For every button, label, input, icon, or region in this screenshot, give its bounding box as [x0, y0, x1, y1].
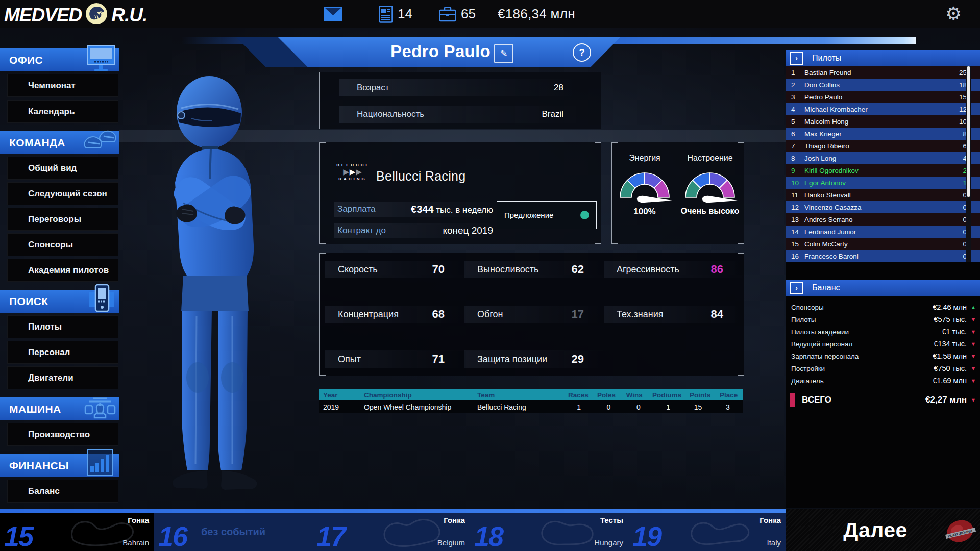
standings-row[interactable]: 11Hanko Stenvall0	[786, 189, 980, 201]
stat-focus: Концентрация 68	[325, 306, 467, 323]
stat-value: 86	[711, 263, 723, 276]
total-value: €2,27 млн	[925, 395, 967, 405]
week-no-events: без событий	[154, 526, 312, 538]
contract-value: конец 2019	[443, 225, 493, 236]
down-arrow-icon: ▼	[967, 341, 980, 347]
cell-championship: Open Wheel Championship	[360, 403, 473, 411]
sidebar-item-engines[interactable]: Двигатели	[7, 366, 118, 389]
team-logo-bellucci: BELUCCI ▶▶▶ RACING	[337, 163, 369, 181]
sidebar-item-championship[interactable]: Чемпионат	[7, 74, 118, 97]
sidebar-item-next-season[interactable]: Следующий сезон	[7, 182, 118, 205]
stat-stamina: Выносливость 62	[464, 261, 606, 278]
stat-experience: Опыт 71	[325, 350, 467, 368]
next-button[interactable]: Далее	[799, 518, 952, 542]
standings-row[interactable]: 1Bastian Freund25	[786, 66, 980, 79]
standings-title: Пилоты	[812, 54, 841, 63]
week-event: Гонка	[760, 516, 781, 524]
section-title: ОФИС	[9, 54, 43, 66]
stat-value: 84	[711, 308, 723, 321]
sidebar-item-label: Общий вид	[28, 163, 77, 173]
jobs-counter[interactable]: 65	[439, 6, 476, 22]
standings-row[interactable]: 3Pedro Paulo15	[786, 91, 980, 103]
logo-text-right: R.U.	[111, 3, 147, 27]
balance-row-drivers: Пилоты€575 тыс.▼	[786, 313, 980, 325]
standings-row[interactable]: 14Ferdinand Junior0	[786, 226, 980, 238]
calendar-week-18[interactable]: 18 Тесты Hungary	[470, 513, 628, 551]
mail-button[interactable]	[324, 7, 342, 21]
sidebar-item-balance[interactable]: Баланс	[7, 480, 118, 503]
stat-label: Тех.знания	[617, 309, 664, 320]
down-arrow-icon: ▼	[967, 353, 980, 359]
monitor-icon	[85, 44, 117, 76]
balance-row-sponsors: Спонсоры€2.46 млн▲	[786, 301, 980, 313]
condition-panel: Энергия 100% Настроение Очень высоко	[611, 142, 744, 244]
track-outline-italy	[684, 514, 755, 550]
standings-row[interactable]: 6Max Krieger8	[786, 128, 980, 140]
question-icon: ?	[579, 47, 585, 58]
week-number: 15	[4, 522, 33, 550]
team-logo-top-text: BELUCCI	[336, 163, 369, 167]
standings-row-own-driver[interactable]: 10Egor Antonov1	[786, 177, 980, 189]
scrollbar-thumb[interactable]	[967, 66, 970, 197]
standings-row-own-driver[interactable]: 9Kirill Ogorodnikov2	[786, 164, 980, 177]
sidebar-item-negotiations[interactable]: Переговоры	[7, 208, 118, 231]
playground-watermark: PLAYGROUND	[943, 514, 977, 550]
standings-row[interactable]: 7Thiago Ribeiro6	[786, 140, 980, 152]
sidebar-item-drivers[interactable]: Пилоты	[7, 315, 118, 338]
cell-races: 1	[564, 403, 594, 411]
calendar-week-19[interactable]: 19 Гонка Italy	[628, 513, 786, 551]
cell-place: 3	[713, 403, 743, 411]
standings-row[interactable]: 13Andres Serrano0	[786, 213, 980, 226]
team-logo: MEDVED R.U.	[4, 2, 147, 28]
sidebar-section-search: ПОИСК	[0, 290, 119, 313]
standings-row[interactable]: 15Colin McCarty0	[786, 238, 980, 250]
stat-value: 70	[432, 263, 445, 276]
sidebar-item-driver-academy[interactable]: Академия пилотов	[7, 259, 118, 282]
salary-value: €344 тыс. в неделю	[411, 204, 493, 215]
standings-row[interactable]: 5Malcolm Hong10	[786, 115, 980, 128]
stat-value: 71	[432, 353, 445, 366]
help-button[interactable]: ?	[573, 43, 591, 62]
balance-header[interactable]: › Баланс	[786, 280, 980, 296]
standings-row[interactable]: 4Michael Krombacher12	[786, 103, 980, 115]
sidebar-item-overview[interactable]: Общий вид	[7, 157, 118, 180]
phone-icon	[88, 284, 115, 317]
standings-scrollbar[interactable]	[966, 66, 971, 262]
sidebar-item-calendar[interactable]: Календарь	[7, 100, 118, 123]
stat-tech-knowledge: Тех.знания 84	[604, 306, 746, 323]
offer-button[interactable]: Предложение	[497, 201, 597, 229]
sidebar-item-staff[interactable]: Персонал	[7, 341, 118, 364]
sidebar-section-team: КОМАНДА	[0, 131, 119, 154]
standings-row[interactable]: 8Josh Long4	[786, 152, 980, 164]
up-arrow-icon: ▲	[967, 304, 980, 310]
helmets-icon	[81, 124, 117, 158]
week-number: 18	[474, 522, 503, 550]
contract-row: Контракт до конец 2019	[334, 223, 496, 238]
news-counter[interactable]: 14	[379, 6, 412, 23]
sidebar-item-label: Следующий сезон	[28, 189, 107, 199]
sidebar-item-production[interactable]: Производство	[7, 423, 118, 446]
salary-label: Зарплата	[337, 204, 375, 214]
balance-title: Баланс	[812, 283, 840, 292]
down-arrow-icon: ▼	[967, 365, 980, 371]
calendar-week-17[interactable]: 17 Гонка Belgium	[312, 513, 470, 551]
down-arrow-icon: ▼	[967, 329, 980, 335]
standings-row[interactable]: 2Don Collins18	[786, 79, 980, 91]
standings-header[interactable]: › Пилоты	[786, 50, 980, 66]
career-table: Year Championship Team Races Poles Wins …	[319, 389, 743, 413]
settings-gear-icon[interactable]: ⚙	[945, 3, 962, 24]
week-location: Bahrain	[122, 538, 149, 547]
edit-name-button[interactable]: ✎	[494, 44, 513, 63]
down-arrow-icon: ▼	[967, 397, 980, 403]
news-count: 14	[398, 6, 412, 22]
stat-overtaking: Обгон 17	[464, 306, 606, 323]
stat-speed: Скорость 70	[325, 261, 467, 278]
sidebar-item-sponsors[interactable]: Спонсоры	[7, 233, 118, 256]
bear-icon	[85, 2, 108, 28]
age-value: 28	[554, 83, 564, 93]
calendar-week-16[interactable]: 16 без событий	[154, 513, 312, 551]
calendar-week-15[interactable]: 15 Гонка Bahrain	[0, 513, 154, 551]
standings-row[interactable]: 16Francesco Baroni0	[786, 250, 980, 262]
standings-row[interactable]: 12Vincenzo Casazza0	[786, 201, 980, 213]
week-event: Гонка	[444, 516, 465, 524]
